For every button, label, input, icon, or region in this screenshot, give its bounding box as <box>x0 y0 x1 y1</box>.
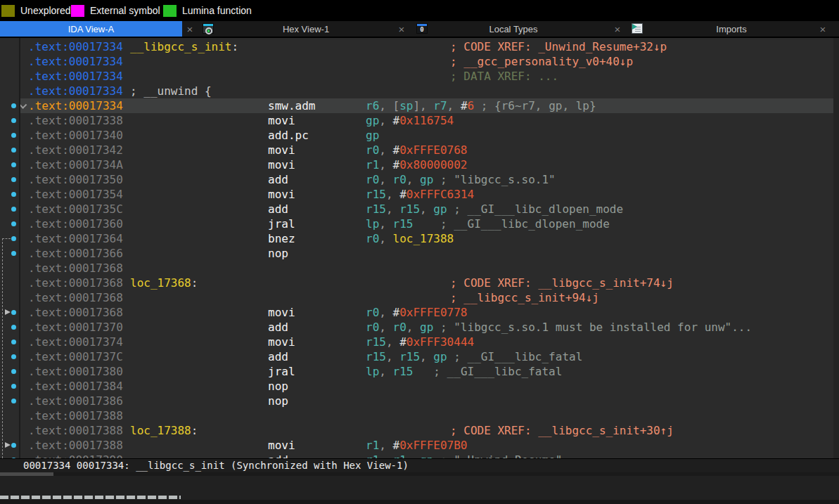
asm-line[interactable]: .text:00017368 <box>0 261 839 276</box>
code-dot <box>11 340 16 344</box>
code-dot <box>11 443 16 448</box>
asm-line[interactable]: .text:00017388movir1, #0xFFFE07B0 <box>0 438 839 453</box>
tab-local-types[interactable]: Local Types <box>440 21 587 37</box>
legend-label: Lumina function <box>182 5 252 16</box>
tab-imports[interactable]: Imports <box>658 21 805 37</box>
asm-line[interactable]: .text:00017334__libgcc_s_init:; CODE XRE… <box>0 39 839 54</box>
asm-line[interactable]: .text:0001734Amovir1, #0x80000002 <box>0 157 839 172</box>
jump-arrow-icon <box>5 442 11 448</box>
code-dot <box>11 133 16 138</box>
asm-line[interactable]: .text:00017370addr0, r0, gp ; "libgcc_s.… <box>0 320 839 335</box>
asm-line[interactable]: .text:00017390addr1, r1, gp ; "_Unwind_R… <box>0 453 839 458</box>
tab-bar: IDA View-A × Hex View-1 × 0 Local Types … <box>0 21 839 38</box>
navigation-band-dashes <box>0 496 181 499</box>
asm-line[interactable]: .text:00017342movir0, #0xFFFE0768 <box>0 143 839 157</box>
disassembly-listing[interactable]: .text:00017334__libgcc_s_init:; CODE XRE… <box>0 38 839 458</box>
legend-bar: Unexplored External symbol Lumina functi… <box>0 0 839 21</box>
code-dot <box>11 118 16 123</box>
legend-item-external-symbol: External symbol <box>71 0 160 21</box>
asm-line[interactable]: .text:00017388 <box>0 408 839 423</box>
legend-label: External symbol <box>90 5 160 16</box>
code-dot <box>11 192 16 197</box>
bottom-edge <box>0 500 839 504</box>
asm-line[interactable]: .text:00017334; DATA XREF: ... <box>0 69 839 84</box>
close-icon[interactable]: × <box>184 21 196 37</box>
asm-line[interactable]: .text:00017368movir0, #0xFFFE0778 <box>0 305 839 320</box>
asm-line[interactable]: .text:00017350addr0, r0, gp ; "libgcc_s.… <box>0 172 839 187</box>
ida-window: Unexplored External symbol Lumina functi… <box>0 0 839 504</box>
code-dot <box>11 251 16 256</box>
asm-line[interactable]: .text:00017368loc_17368:; CODE XREF: __l… <box>0 276 839 290</box>
code-dot <box>11 354 16 359</box>
code-dot <box>11 103 16 108</box>
asm-line[interactable]: .text:00017354movir15, #0xFFFC6314 <box>0 187 839 202</box>
close-icon[interactable]: × <box>396 21 407 37</box>
right-edge-strip <box>833 38 839 458</box>
asm-line[interactable]: .text:00017360jrallp, r15 ; __GI___libc_… <box>0 217 839 231</box>
asm-line[interactable]: .text:00017334; __gcc_personality_v0+40↓… <box>0 54 839 69</box>
jump-line <box>2 238 3 458</box>
hex-view-icon: 0 <box>416 23 428 34</box>
code-dot <box>11 162 16 167</box>
code-dot <box>11 325 16 330</box>
lumina-function-color-swatch <box>163 5 177 17</box>
legend-item-unexplored: Unexplored <box>1 0 71 21</box>
jump-line-stub <box>2 238 11 239</box>
code-dot <box>11 221 16 226</box>
asm-line[interactable]: .text:00017384nop <box>0 379 839 394</box>
external-symbol-color-swatch <box>71 5 84 17</box>
asm-line[interactable]: .text:00017366nop <box>0 246 839 261</box>
status-bar: 00017334 00017334: __libgcc_s_init (Sync… <box>0 458 839 472</box>
code-dot <box>11 384 16 389</box>
tab-ida-view-a[interactable]: IDA View-A <box>0 21 182 37</box>
gutter-separator <box>19 38 20 458</box>
asm-line[interactable]: .text:00017340add.pcgp <box>0 128 839 143</box>
collapse-chevron-icon[interactable] <box>20 101 27 109</box>
asm-line[interactable]: .text:00017334; __unwind { <box>0 84 839 98</box>
code-dot <box>11 148 16 153</box>
asm-line[interactable]: .text:00017368; __libgcc_s_init+94↓j <box>0 290 839 305</box>
close-icon[interactable]: × <box>817 21 828 37</box>
code-dot <box>11 369 16 374</box>
asm-line[interactable]: .text:0001737Caddr15, r15, gp ; __GI___l… <box>0 349 839 364</box>
legend-item-lumina-function: Lumina function <box>163 0 252 21</box>
asm-line[interactable]: .text:00017380jrallp, r15 ; __GI___libc_… <box>0 364 839 379</box>
asm-line[interactable]: .text:0001735Caddr15, r15, gp ; __GI___l… <box>0 202 839 217</box>
code-dot <box>11 177 16 182</box>
legend-label: Unexplored <box>20 5 71 16</box>
asm-line[interactable]: .text:00017374movir15, #0xFFF30444 <box>0 335 839 349</box>
close-icon[interactable]: × <box>612 21 623 37</box>
code-dot <box>11 207 16 212</box>
asm-line[interactable]: .text:00017386nop <box>0 394 839 408</box>
asm-line[interactable]: .text:00017388loc_17388:; CODE XREF: __l… <box>0 423 839 438</box>
imports-list-icon <box>632 23 643 34</box>
jump-arrow-icon <box>5 309 11 315</box>
tab-hex-view-1[interactable]: Hex View-1 <box>232 21 380 37</box>
code-dot <box>11 310 16 315</box>
unexplored-color-swatch <box>1 5 15 17</box>
code-dot <box>11 236 16 241</box>
asm-line[interactable]: .text:00017334smw.admr6, [sp], r7, #6 ; … <box>0 98 839 113</box>
asm-line[interactable]: .text:00017364bnezr0, loc_17388 <box>0 231 839 246</box>
disassembly-view-icon <box>203 23 214 34</box>
asm-line[interactable]: .text:00017338movigp, #0x116754 <box>0 113 839 128</box>
code-dot <box>11 399 16 403</box>
